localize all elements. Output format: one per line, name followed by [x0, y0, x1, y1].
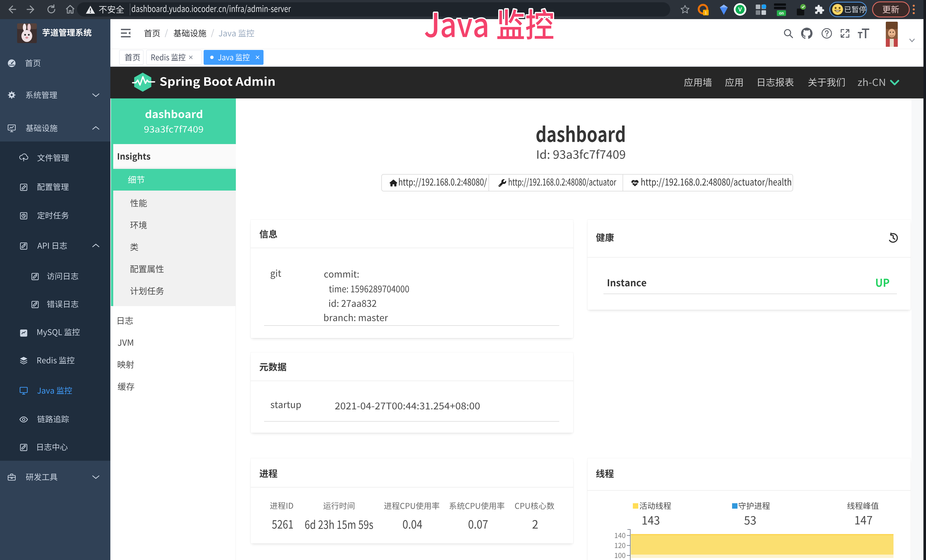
- svg-text:1: 1: [705, 10, 707, 15]
- svg-text:V: V: [738, 6, 742, 12]
- svg-text:on: on: [779, 11, 784, 15]
